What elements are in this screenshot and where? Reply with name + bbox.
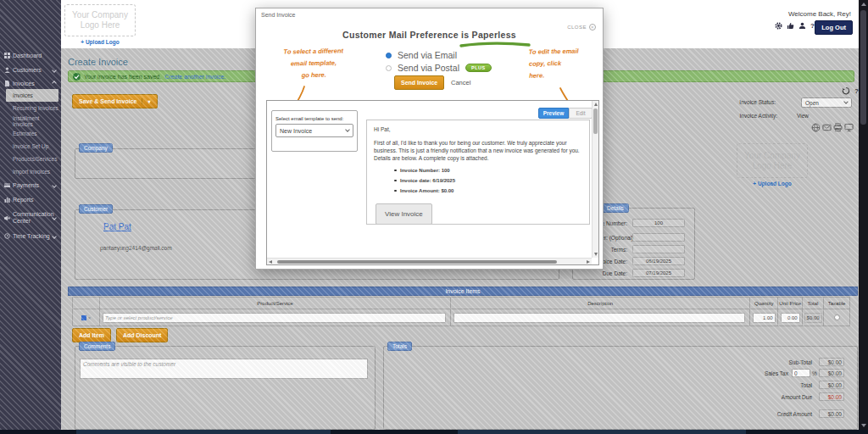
sidebar-item-communication-center[interactable]: Communication Center — [0, 207, 61, 229]
invoice-action-icons — [811, 123, 854, 132]
scroll-right-arrow[interactable] — [587, 260, 590, 264]
comments-section-box — [75, 346, 376, 430]
edit-button[interactable]: Edit — [569, 108, 593, 119]
sidebar-item-label: Dashboard — [13, 53, 42, 58]
view-invoice-button[interactable]: View Invoice — [376, 203, 432, 225]
radio-unselected-icon[interactable] — [386, 65, 392, 71]
taskbar-segment — [76, 430, 331, 434]
taxable-checkbox[interactable] — [834, 314, 840, 320]
product-service-input[interactable] — [103, 313, 446, 323]
upload-logo-link[interactable]: + Upload Logo — [737, 181, 808, 186]
invoice-status-dropdown[interactable]: Open — [801, 97, 852, 108]
send-invoice-button[interactable]: Send Invoice — [394, 75, 444, 90]
mail-icon[interactable] — [822, 123, 832, 132]
terms-field[interactable] — [632, 245, 685, 253]
scrollbar-thumb[interactable] — [277, 260, 557, 264]
sidebar-nav: Dashboard Customers Invoices Invoices Re… — [0, 48, 61, 243]
chevron-down-icon — [52, 215, 57, 220]
radio-selected-icon[interactable] — [386, 53, 392, 58]
preview-button[interactable]: Preview — [538, 108, 569, 119]
scroll-left-arrow[interactable] — [269, 260, 272, 264]
unit-price-input[interactable] — [781, 313, 800, 323]
sidebar-item-customers[interactable]: Customers — [0, 63, 61, 77]
email-editor-panel: Select email template to send: New Invoi… — [266, 100, 599, 265]
globe-icon[interactable] — [811, 123, 821, 132]
sidebar-subitem-invoices[interactable]: Invoices — [6, 89, 58, 102]
sidebar-item-label: Payments — [13, 182, 39, 188]
person-icon[interactable] — [798, 22, 806, 30]
column-description: Description — [451, 298, 750, 309]
row-drag-handle[interactable] — [81, 315, 86, 320]
sidebar-item-invoices[interactable]: Invoices — [0, 77, 61, 89]
invoice-number-field[interactable]: 100 — [632, 219, 685, 227]
comments-textarea[interactable] — [80, 359, 368, 379]
send-via-postal-option[interactable]: Send via Postal PLUS — [386, 63, 492, 73]
sidebar-subitem-recurring-invoices[interactable]: Recurring Invoices — [0, 102, 61, 114]
sidebar-item-time-tracking[interactable]: Time Tracking — [0, 229, 61, 243]
printer-icon[interactable] — [833, 123, 843, 132]
annotation-left: To select a different email template, go… — [270, 45, 359, 82]
quantity-input[interactable] — [753, 313, 776, 323]
cancel-link[interactable]: Cancel — [451, 79, 470, 86]
horizontal-scrollbar[interactable] — [267, 258, 592, 264]
template-selector-box: Select email template to send: New Invoi… — [271, 110, 358, 152]
vertical-scrollbar[interactable] — [592, 101, 598, 258]
sales-tax-rate-input[interactable] — [792, 369, 810, 377]
gear-icon[interactable] — [775, 22, 782, 30]
window-scrollbar[interactable] — [859, 0, 868, 430]
sidebar-item-payments[interactable]: Payments — [0, 178, 61, 192]
invoice-activity-view-link[interactable]: View — [797, 113, 809, 119]
customer-name-link[interactable]: Pat Pat — [103, 222, 131, 231]
payments-icon — [4, 182, 10, 188]
bottom-taskbar-strip — [0, 430, 868, 434]
sidebar-subitem-installment-invoices[interactable]: Installment Invoices — [0, 114, 61, 127]
modal-title: Send Invoice — [261, 12, 295, 18]
chevron-up-icon — [52, 81, 57, 86]
row-delete-icon[interactable]: × — [88, 315, 92, 320]
scrollbar-thumb[interactable] — [860, 10, 866, 125]
chevron-down-icon — [52, 234, 57, 239]
sidebar-subitem-invoice-set-up[interactable]: Invoice Set Up — [0, 140, 61, 153]
sidebar-item-label: Reports — [13, 197, 34, 203]
sales-tax-label: Sales Tax — [638, 370, 788, 376]
row-actions: × — [73, 309, 100, 326]
scrollbar-thumb[interactable] — [593, 108, 598, 134]
chevron-down-icon — [52, 183, 57, 188]
sidebar-item-reports[interactable]: Reports — [0, 192, 61, 207]
add-discount-button[interactable]: Add Discount — [116, 328, 169, 342]
megaphone-icon — [4, 215, 10, 221]
save-send-invoice-button[interactable]: Save & Send Invoice ▾ — [72, 94, 158, 108]
po-number-field[interactable] — [632, 233, 685, 242]
monitor-icon[interactable] — [844, 123, 854, 132]
save-send-dropdown-caret[interactable]: ▾ — [142, 98, 150, 104]
upload-logo-link[interactable]: + Upload Logo — [64, 39, 136, 45]
logout-button[interactable]: Log Out — [815, 20, 853, 35]
subtotal-value: $0.00 — [819, 358, 844, 366]
app-root: Dashboard Customers Invoices Invoices Re… — [0, 0, 868, 434]
customer-email: pantaeyung2414@gmail.com — [100, 245, 172, 251]
add-item-button[interactable]: Add Item — [72, 328, 111, 342]
description-input[interactable] — [453, 313, 745, 323]
email-bullets: Invoice Number: 100 Invoice date: 6/19/2… — [394, 167, 582, 195]
sidebar-subitem-estimates[interactable]: Estimates — [0, 127, 61, 140]
due-date-field[interactable]: 07/19/2025 — [632, 269, 685, 277]
sidebar-subitem-import-invoices[interactable]: Import Invoices — [0, 165, 61, 178]
sales-tax-value: $0.00 — [819, 369, 844, 377]
scroll-down-arrow[interactable] — [861, 424, 866, 427]
invoice-items-table: Product/Service Description Quantity Uni… — [72, 297, 850, 326]
column-total: Total — [803, 298, 824, 309]
plus-badge: PLUS — [465, 64, 492, 72]
scroll-up-arrow[interactable] — [594, 103, 598, 106]
history-icon[interactable] — [842, 86, 850, 95]
customers-icon — [4, 67, 10, 73]
thumbs-up-icon[interactable] — [787, 22, 794, 30]
scroll-up-arrow[interactable] — [861, 3, 866, 6]
template-dropdown[interactable]: New Invoice — [275, 124, 353, 137]
invoice-date-field[interactable]: 06/19/2025 — [632, 257, 685, 265]
create-another-invoice-link[interactable]: Create another invoice. — [164, 74, 225, 80]
scroll-down-arrow[interactable] — [594, 253, 598, 256]
sidebar-item-dashboard[interactable]: Dashboard — [0, 48, 61, 63]
column-product-service: Product/Service — [100, 298, 451, 309]
sidebar-subitem-products-services[interactable]: Products/Services — [0, 153, 61, 165]
send-via-email-option[interactable]: Send via Email — [386, 50, 457, 60]
